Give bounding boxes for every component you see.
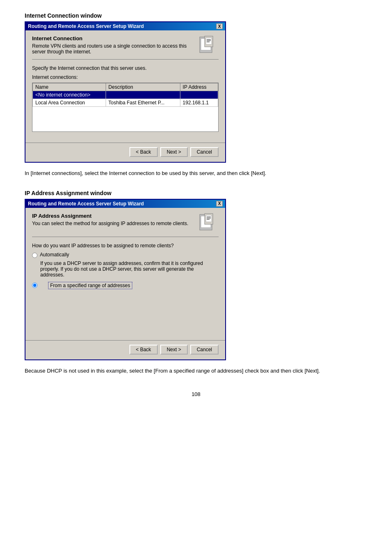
table-row[interactable]: <No internet connection> <box>33 91 218 99</box>
auto-radio-item: Automatically <box>32 252 219 258</box>
col-description: Description <box>106 83 180 91</box>
ip-assignment-options: Automatically If you use a DHCP server t… <box>32 252 219 289</box>
dialog2-back-button[interactable]: < Back <box>129 345 158 355</box>
row1-desc <box>106 91 180 99</box>
col-name: Name <box>33 83 106 91</box>
svg-rect-10 <box>206 215 212 222</box>
auto-radio-label: Automatically <box>40 252 69 258</box>
dialog2-question-label: How do you want IP addresses to be assig… <box>32 243 219 249</box>
dialog1-connections-label: Internet connections: <box>32 74 219 80</box>
dialog1-header-desc: Remote VPN clients and routers use a sin… <box>32 43 195 55</box>
row1-name: <No internet connection> <box>33 91 106 99</box>
section2-title: IP Address Assignment window <box>25 190 367 196</box>
wizard-icon2 <box>199 213 219 233</box>
ip-assignment-dialog: Routing and Remote Access Server Setup W… <box>25 199 226 360</box>
section1: Internet Connection window Routing and R… <box>25 12 367 177</box>
dialog1-title: Routing and Remote Access Server Setup W… <box>28 23 144 29</box>
range-radio-label: From a specified range of addresses <box>40 282 132 289</box>
dialog2-body: IP Address Assignment You can select the… <box>25 208 225 340</box>
dialog2-header-desc: You can select the method for assigning … <box>32 221 195 226</box>
dialog1-cancel-button[interactable]: Cancel <box>190 147 219 157</box>
row2-desc: Toshiba Fast Ethernet P... <box>106 99 180 107</box>
table-row[interactable]: Local Area Connection Toshiba Fast Ether… <box>33 99 218 107</box>
col-ip: IP Address <box>180 83 218 91</box>
dialog1-header-text: Internet Connection Remote VPN clients a… <box>32 35 195 55</box>
dialog2-titlebar: Routing and Remote Access Server Setup W… <box>25 200 225 208</box>
auto-radio[interactable] <box>32 253 37 258</box>
section1-title: Internet Connection window <box>25 12 367 19</box>
dialog2-spacer <box>32 294 219 335</box>
dialog1-titlebar: Routing and Remote Access Server Setup W… <box>25 22 225 30</box>
connections-table-area: Name Description IP Address <No internet… <box>32 83 219 132</box>
dialog1-header: Internet Connection Remote VPN clients a… <box>32 35 219 60</box>
dialog2-next-button[interactable]: Next > <box>160 345 188 355</box>
row1-ip <box>180 91 218 99</box>
range-radio[interactable] <box>32 283 37 288</box>
dialog2-cancel-button[interactable]: Cancel <box>190 345 219 355</box>
dialog1-next-button[interactable]: Next > <box>160 147 188 157</box>
dialog1-header-title: Internet Connection <box>32 35 195 41</box>
dialog1-footer: < Back Next > Cancel <box>25 143 225 162</box>
svg-rect-3 <box>206 38 212 44</box>
wizard-icon <box>199 35 219 55</box>
dialog1-specify-label: Specify the Internet connection that thi… <box>32 65 219 71</box>
dialog2-header-title: IP Address Assignment <box>32 213 195 219</box>
row2-name: Local Area Connection <box>33 99 106 107</box>
dialog2-footer: < Back Next > Cancel <box>25 340 225 359</box>
dialog1-close-button[interactable]: X <box>216 23 223 29</box>
section1-description: In [Internet connections], select the In… <box>25 169 367 177</box>
row2-ip: 192.168.1.1 <box>180 99 218 107</box>
section2: IP Address Assignment window Routing and… <box>25 190 367 375</box>
range-label-text: From a specified range of addresses <box>48 282 132 289</box>
dialog2-close-button[interactable]: X <box>216 201 223 207</box>
range-radio-item: From a specified range of addresses <box>32 282 219 289</box>
section2-description: Because DHCP is not used in this example… <box>25 367 367 375</box>
connections-table: Name Description IP Address <No internet… <box>32 83 218 107</box>
dialog2-title: Routing and Remote Access Server Setup W… <box>28 201 144 207</box>
dialog2-header-text: IP Address Assignment You can select the… <box>32 213 195 226</box>
dialog1-back-button[interactable]: < Back <box>129 147 158 157</box>
dialog1-body: Internet Connection Remote VPN clients a… <box>25 30 225 143</box>
auto-radio-desc: If you use a DHCP server to assign addre… <box>40 260 219 278</box>
page-number: 108 <box>25 391 367 397</box>
internet-connection-dialog: Routing and Remote Access Server Setup W… <box>25 21 226 163</box>
dialog2-header: IP Address Assignment You can select the… <box>32 213 219 237</box>
